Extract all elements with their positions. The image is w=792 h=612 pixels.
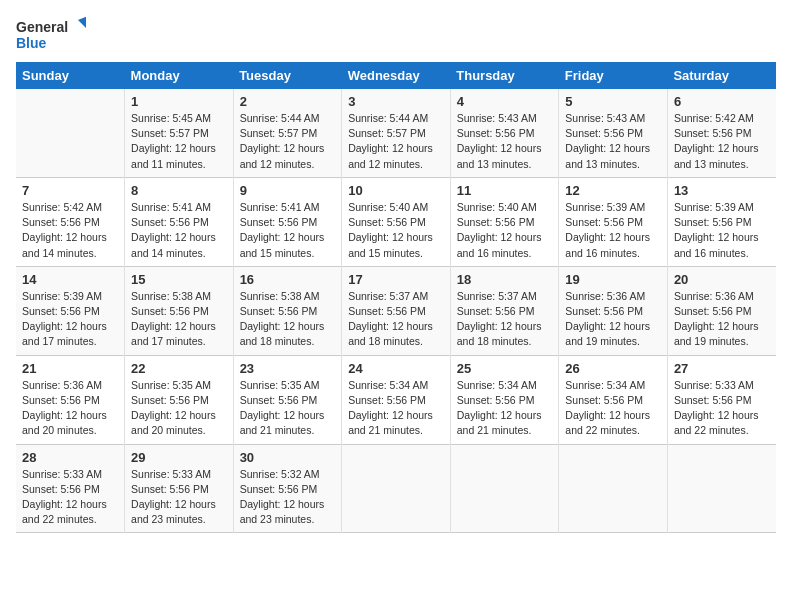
day-number: 30 bbox=[240, 450, 336, 465]
day-info: Sunrise: 5:34 AM Sunset: 5:56 PM Dayligh… bbox=[565, 378, 661, 439]
day-number: 13 bbox=[674, 183, 770, 198]
column-header-saturday: Saturday bbox=[667, 62, 776, 89]
calendar-cell: 2Sunrise: 5:44 AM Sunset: 5:57 PM Daylig… bbox=[233, 89, 342, 177]
day-number: 10 bbox=[348, 183, 444, 198]
day-info: Sunrise: 5:36 AM Sunset: 5:56 PM Dayligh… bbox=[674, 289, 770, 350]
calendar-week-row: 21Sunrise: 5:36 AM Sunset: 5:56 PM Dayli… bbox=[16, 355, 776, 444]
calendar-cell bbox=[667, 444, 776, 533]
day-info: Sunrise: 5:42 AM Sunset: 5:56 PM Dayligh… bbox=[22, 200, 118, 261]
logo-svg: General Blue bbox=[16, 16, 86, 58]
column-header-friday: Friday bbox=[559, 62, 668, 89]
calendar-cell: 21Sunrise: 5:36 AM Sunset: 5:56 PM Dayli… bbox=[16, 355, 125, 444]
calendar-header-row: SundayMondayTuesdayWednesdayThursdayFrid… bbox=[16, 62, 776, 89]
column-header-monday: Monday bbox=[125, 62, 234, 89]
column-header-thursday: Thursday bbox=[450, 62, 559, 89]
day-info: Sunrise: 5:32 AM Sunset: 5:56 PM Dayligh… bbox=[240, 467, 336, 528]
calendar-cell: 12Sunrise: 5:39 AM Sunset: 5:56 PM Dayli… bbox=[559, 177, 668, 266]
day-info: Sunrise: 5:44 AM Sunset: 5:57 PM Dayligh… bbox=[240, 111, 336, 172]
column-header-tuesday: Tuesday bbox=[233, 62, 342, 89]
day-info: Sunrise: 5:34 AM Sunset: 5:56 PM Dayligh… bbox=[348, 378, 444, 439]
day-number: 3 bbox=[348, 94, 444, 109]
day-number: 14 bbox=[22, 272, 118, 287]
column-header-sunday: Sunday bbox=[16, 62, 125, 89]
day-info: Sunrise: 5:42 AM Sunset: 5:56 PM Dayligh… bbox=[674, 111, 770, 172]
calendar-cell: 7Sunrise: 5:42 AM Sunset: 5:56 PM Daylig… bbox=[16, 177, 125, 266]
calendar-cell: 3Sunrise: 5:44 AM Sunset: 5:57 PM Daylig… bbox=[342, 89, 451, 177]
day-number: 8 bbox=[131, 183, 227, 198]
calendar-cell: 24Sunrise: 5:34 AM Sunset: 5:56 PM Dayli… bbox=[342, 355, 451, 444]
calendar-cell bbox=[16, 89, 125, 177]
calendar-cell: 18Sunrise: 5:37 AM Sunset: 5:56 PM Dayli… bbox=[450, 266, 559, 355]
calendar-cell: 14Sunrise: 5:39 AM Sunset: 5:56 PM Dayli… bbox=[16, 266, 125, 355]
calendar-cell: 20Sunrise: 5:36 AM Sunset: 5:56 PM Dayli… bbox=[667, 266, 776, 355]
calendar-cell: 10Sunrise: 5:40 AM Sunset: 5:56 PM Dayli… bbox=[342, 177, 451, 266]
day-info: Sunrise: 5:33 AM Sunset: 5:56 PM Dayligh… bbox=[674, 378, 770, 439]
calendar-cell: 28Sunrise: 5:33 AM Sunset: 5:56 PM Dayli… bbox=[16, 444, 125, 533]
day-number: 26 bbox=[565, 361, 661, 376]
calendar-week-row: 14Sunrise: 5:39 AM Sunset: 5:56 PM Dayli… bbox=[16, 266, 776, 355]
day-info: Sunrise: 5:36 AM Sunset: 5:56 PM Dayligh… bbox=[565, 289, 661, 350]
day-info: Sunrise: 5:35 AM Sunset: 5:56 PM Dayligh… bbox=[131, 378, 227, 439]
svg-text:General: General bbox=[16, 19, 68, 35]
day-number: 1 bbox=[131, 94, 227, 109]
calendar-table: SundayMondayTuesdayWednesdayThursdayFrid… bbox=[16, 62, 776, 533]
day-info: Sunrise: 5:43 AM Sunset: 5:56 PM Dayligh… bbox=[565, 111, 661, 172]
day-info: Sunrise: 5:33 AM Sunset: 5:56 PM Dayligh… bbox=[22, 467, 118, 528]
day-number: 9 bbox=[240, 183, 336, 198]
day-info: Sunrise: 5:36 AM Sunset: 5:56 PM Dayligh… bbox=[22, 378, 118, 439]
day-number: 5 bbox=[565, 94, 661, 109]
day-number: 6 bbox=[674, 94, 770, 109]
day-info: Sunrise: 5:37 AM Sunset: 5:56 PM Dayligh… bbox=[348, 289, 444, 350]
calendar-cell: 1Sunrise: 5:45 AM Sunset: 5:57 PM Daylig… bbox=[125, 89, 234, 177]
day-number: 27 bbox=[674, 361, 770, 376]
day-number: 17 bbox=[348, 272, 444, 287]
day-number: 15 bbox=[131, 272, 227, 287]
day-number: 19 bbox=[565, 272, 661, 287]
svg-text:Blue: Blue bbox=[16, 35, 47, 51]
calendar-cell: 16Sunrise: 5:38 AM Sunset: 5:56 PM Dayli… bbox=[233, 266, 342, 355]
day-info: Sunrise: 5:40 AM Sunset: 5:56 PM Dayligh… bbox=[348, 200, 444, 261]
calendar-cell: 23Sunrise: 5:35 AM Sunset: 5:56 PM Dayli… bbox=[233, 355, 342, 444]
calendar-cell: 15Sunrise: 5:38 AM Sunset: 5:56 PM Dayli… bbox=[125, 266, 234, 355]
calendar-cell: 26Sunrise: 5:34 AM Sunset: 5:56 PM Dayli… bbox=[559, 355, 668, 444]
calendar-cell: 6Sunrise: 5:42 AM Sunset: 5:56 PM Daylig… bbox=[667, 89, 776, 177]
day-number: 23 bbox=[240, 361, 336, 376]
day-number: 25 bbox=[457, 361, 553, 376]
day-number: 11 bbox=[457, 183, 553, 198]
calendar-cell: 27Sunrise: 5:33 AM Sunset: 5:56 PM Dayli… bbox=[667, 355, 776, 444]
calendar-cell: 13Sunrise: 5:39 AM Sunset: 5:56 PM Dayli… bbox=[667, 177, 776, 266]
day-number: 4 bbox=[457, 94, 553, 109]
day-number: 24 bbox=[348, 361, 444, 376]
day-number: 16 bbox=[240, 272, 336, 287]
column-header-wednesday: Wednesday bbox=[342, 62, 451, 89]
day-number: 20 bbox=[674, 272, 770, 287]
calendar-cell: 8Sunrise: 5:41 AM Sunset: 5:56 PM Daylig… bbox=[125, 177, 234, 266]
day-number: 12 bbox=[565, 183, 661, 198]
page-header: General Blue bbox=[16, 16, 776, 58]
calendar-cell: 5Sunrise: 5:43 AM Sunset: 5:56 PM Daylig… bbox=[559, 89, 668, 177]
calendar-week-row: 28Sunrise: 5:33 AM Sunset: 5:56 PM Dayli… bbox=[16, 444, 776, 533]
svg-marker-2 bbox=[78, 16, 86, 28]
day-info: Sunrise: 5:38 AM Sunset: 5:56 PM Dayligh… bbox=[131, 289, 227, 350]
calendar-week-row: 7Sunrise: 5:42 AM Sunset: 5:56 PM Daylig… bbox=[16, 177, 776, 266]
calendar-cell: 9Sunrise: 5:41 AM Sunset: 5:56 PM Daylig… bbox=[233, 177, 342, 266]
calendar-cell: 25Sunrise: 5:34 AM Sunset: 5:56 PM Dayli… bbox=[450, 355, 559, 444]
day-info: Sunrise: 5:41 AM Sunset: 5:56 PM Dayligh… bbox=[131, 200, 227, 261]
day-info: Sunrise: 5:43 AM Sunset: 5:56 PM Dayligh… bbox=[457, 111, 553, 172]
day-number: 7 bbox=[22, 183, 118, 198]
logo: General Blue bbox=[16, 16, 86, 58]
calendar-cell: 30Sunrise: 5:32 AM Sunset: 5:56 PM Dayli… bbox=[233, 444, 342, 533]
calendar-cell: 11Sunrise: 5:40 AM Sunset: 5:56 PM Dayli… bbox=[450, 177, 559, 266]
day-number: 29 bbox=[131, 450, 227, 465]
day-number: 28 bbox=[22, 450, 118, 465]
day-info: Sunrise: 5:35 AM Sunset: 5:56 PM Dayligh… bbox=[240, 378, 336, 439]
calendar-week-row: 1Sunrise: 5:45 AM Sunset: 5:57 PM Daylig… bbox=[16, 89, 776, 177]
day-info: Sunrise: 5:41 AM Sunset: 5:56 PM Dayligh… bbox=[240, 200, 336, 261]
day-info: Sunrise: 5:40 AM Sunset: 5:56 PM Dayligh… bbox=[457, 200, 553, 261]
day-info: Sunrise: 5:33 AM Sunset: 5:56 PM Dayligh… bbox=[131, 467, 227, 528]
calendar-cell: 19Sunrise: 5:36 AM Sunset: 5:56 PM Dayli… bbox=[559, 266, 668, 355]
calendar-cell bbox=[342, 444, 451, 533]
calendar-cell: 22Sunrise: 5:35 AM Sunset: 5:56 PM Dayli… bbox=[125, 355, 234, 444]
day-info: Sunrise: 5:39 AM Sunset: 5:56 PM Dayligh… bbox=[22, 289, 118, 350]
calendar-cell: 17Sunrise: 5:37 AM Sunset: 5:56 PM Dayli… bbox=[342, 266, 451, 355]
